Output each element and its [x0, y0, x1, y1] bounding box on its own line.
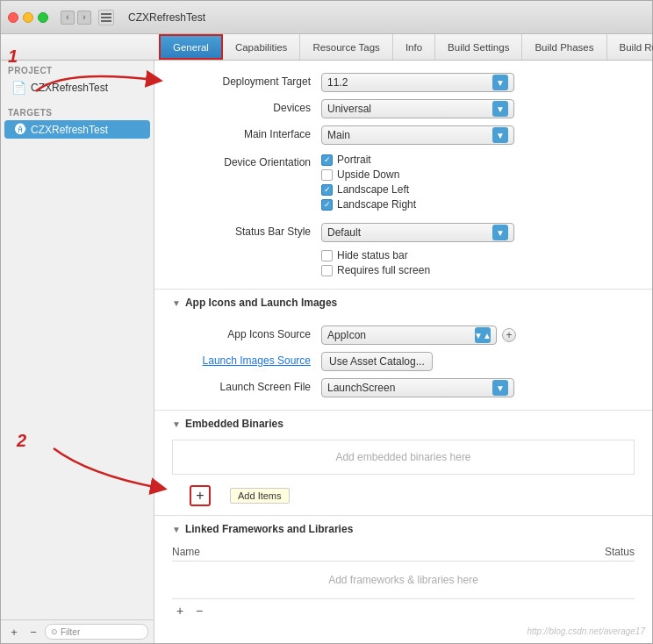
launch-screen-arrow: ▼: [492, 380, 508, 396]
requires-full-screen-checkbox[interactable]: [321, 265, 333, 276]
sidebar-project-item[interactable]: 📄 CZXRefreshTest: [1, 78, 154, 97]
nav-back-button[interactable]: ‹: [61, 11, 75, 25]
deployment-target-select[interactable]: 11.2 ▼: [321, 73, 514, 92]
status-bar-style-select[interactable]: Default ▼: [321, 223, 514, 242]
app-icons-section-header: ▼ App Icons and Launch Images: [154, 289, 652, 313]
device-orientation-value: ✓ Portrait Upside Down ✓ Landscape Left: [321, 154, 635, 211]
launch-screen-file-select[interactable]: LaunchScreen ▼: [321, 378, 514, 397]
frameworks-col-name: Name: [172, 546, 564, 558]
sidebar-filter[interactable]: ⊙ Filter: [45, 624, 148, 640]
identity-section: Deployment Target 11.2 ▼ Devices Univers…: [154, 61, 652, 285]
app-icons-add-button[interactable]: +: [502, 328, 516, 342]
status-bar-style-row: Status Bar Style Default ▼: [172, 219, 635, 246]
hide-status-bar-checkbox[interactable]: [321, 250, 333, 261]
tab-build-rules[interactable]: Build Rules: [607, 34, 653, 60]
embedded-binaries-section-label: Embedded Binaries: [185, 418, 283, 430]
sidebar-add-button[interactable]: +: [6, 624, 22, 640]
tab-bar: General Capabilities Resource Tags Info …: [1, 34, 652, 61]
frameworks-add-button[interactable]: +: [172, 603, 188, 619]
sidebar-target-item[interactable]: 🅐 CZXRefreshTest: [4, 120, 150, 139]
portrait-checkbox-row: ✓ Portrait: [321, 154, 416, 166]
hide-status-bar-value: Hide status bar Requires full screen: [321, 249, 635, 276]
frameworks-remove-button[interactable]: −: [191, 603, 207, 619]
svg-rect-0: [101, 13, 111, 15]
status-bar-style-value: Default ▼: [321, 223, 635, 242]
landscape-left-checkbox-row: ✓ Landscape Left: [321, 183, 416, 196]
launch-images-source-row: Launch Images Source Use Asset Catalog..…: [172, 348, 635, 375]
tab-resource-tags[interactable]: Resource Tags: [300, 34, 393, 60]
app-icons-source-row: App Icons Source AppIcon ▼▲ +: [172, 322, 635, 348]
nav-controls: ‹ ›: [8, 10, 114, 25]
frameworks-col-status: Status: [564, 546, 635, 558]
device-orientation-row: Device Orientation ✓ Portrait Upside Dow…: [172, 148, 635, 214]
deployment-target-row: Deployment Target 11.2 ▼: [172, 69, 635, 96]
app-icons-arrow: ▼▲: [475, 327, 491, 343]
deployment-target-arrow: ▼: [492, 75, 508, 90]
launch-screen-file-value: LaunchScreen ▼: [321, 378, 635, 397]
app-icons-triangle[interactable]: ▼: [172, 298, 181, 308]
frameworks-table-header: Name Status: [172, 543, 635, 562]
main-content: PROJECT 📄 CZXRefreshTest TARGETS 🅐 CZXRe…: [1, 61, 652, 643]
app-icons-source-select[interactable]: AppIcon ▼▲: [321, 326, 497, 345]
tab-build-phases[interactable]: Build Phases: [522, 34, 606, 60]
sidebar: PROJECT 📄 CZXRefreshTest TARGETS 🅐 CZXRe…: [1, 61, 154, 643]
status-bar-arrow: ▼: [492, 225, 508, 240]
landscape-right-checkbox-row: ✓ Landscape Right: [321, 198, 416, 211]
main-interface-row: Main Interface Main ▼: [172, 122, 635, 148]
main-interface-arrow: ▼: [492, 127, 508, 143]
tab-build-settings[interactable]: Build Settings: [435, 34, 522, 60]
upside-down-checkbox[interactable]: [321, 169, 333, 181]
add-items-tooltip: Add Items: [230, 488, 290, 504]
upside-down-label: Upside Down: [337, 168, 399, 181]
app-icons-source-label: App Icons Source: [172, 326, 321, 340]
svg-rect-1: [101, 17, 111, 18]
sidebar-toggle[interactable]: [98, 10, 114, 25]
hide-status-bar-spacer: [172, 249, 321, 252]
sidebar-remove-button[interactable]: −: [25, 624, 41, 640]
app-icons-section-label: App Icons and Launch Images: [185, 297, 337, 309]
filter-label: Filter: [61, 627, 80, 637]
devices-select[interactable]: Universal ▼: [321, 99, 514, 118]
sidebar-bottom: + − ⊙ Filter: [1, 619, 154, 643]
target-item-label: CZXRefreshTest: [31, 124, 108, 136]
svg-rect-2: [101, 20, 111, 22]
portrait-label: Portrait: [337, 154, 371, 166]
devices-label: Devices: [172, 99, 321, 114]
requires-full-screen-label: Requires full screen: [337, 264, 430, 276]
devices-value: Universal ▼: [321, 99, 635, 118]
add-embedded-row: + Add Items: [154, 480, 652, 512]
requires-full-screen-checkbox-row: Requires full screen: [321, 264, 430, 276]
status-bar-style-label: Status Bar Style: [172, 223, 321, 238]
devices-row: Devices Universal ▼: [172, 96, 635, 122]
landscape-left-checkbox[interactable]: ✓: [321, 184, 333, 196]
launch-screen-file-row: Launch Screen File LaunchScreen ▼: [172, 375, 635, 401]
embedded-binaries-section-header: ▼ Embedded Binaries: [154, 410, 652, 434]
main-interface-value: Main ▼: [321, 125, 635, 145]
embedded-binaries-area: Add embedded binaries here: [154, 434, 652, 480]
upside-down-checkbox-row: Upside Down: [321, 168, 416, 181]
frameworks-section-label: Linked Frameworks and Libraries: [185, 523, 353, 535]
launch-images-source-button[interactable]: Use Asset Catalog...: [321, 352, 433, 371]
landscape-right-checkbox[interactable]: ✓: [321, 199, 333, 211]
embedded-binaries-placeholder: Add embedded binaries here: [172, 440, 635, 475]
nav-forward-button[interactable]: ›: [77, 11, 91, 25]
frameworks-triangle[interactable]: ▼: [172, 525, 181, 534]
project-section-header: PROJECT: [1, 61, 154, 78]
tab-info[interactable]: Info: [393, 34, 435, 60]
hide-status-bar-label: Hide status bar: [337, 249, 408, 261]
targets-section-header: TARGETS: [1, 103, 154, 120]
window-title: CZXRefreshTest: [128, 11, 205, 24]
tab-general[interactable]: General: [159, 34, 223, 60]
landscape-right-label: Landscape Right: [337, 198, 416, 211]
tab-capabilities[interactable]: Capabilities: [223, 34, 300, 60]
launch-screen-file-label: Launch Screen File: [172, 378, 321, 393]
launch-images-source-label[interactable]: Launch Images Source: [172, 352, 321, 367]
frameworks-placeholder: Add frameworks & libraries here: [172, 562, 635, 598]
main-interface-select[interactable]: Main ▼: [321, 125, 514, 145]
add-embedded-button[interactable]: +: [190, 485, 211, 506]
hide-status-bar-checkbox-row: Hide status bar: [321, 249, 430, 261]
frameworks-section-header: ▼ Linked Frameworks and Libraries: [154, 515, 652, 540]
frameworks-section: Name Status Add frameworks & libraries h…: [154, 540, 652, 626]
embedded-binaries-triangle[interactable]: ▼: [172, 419, 181, 429]
portrait-checkbox[interactable]: ✓: [321, 154, 333, 166]
